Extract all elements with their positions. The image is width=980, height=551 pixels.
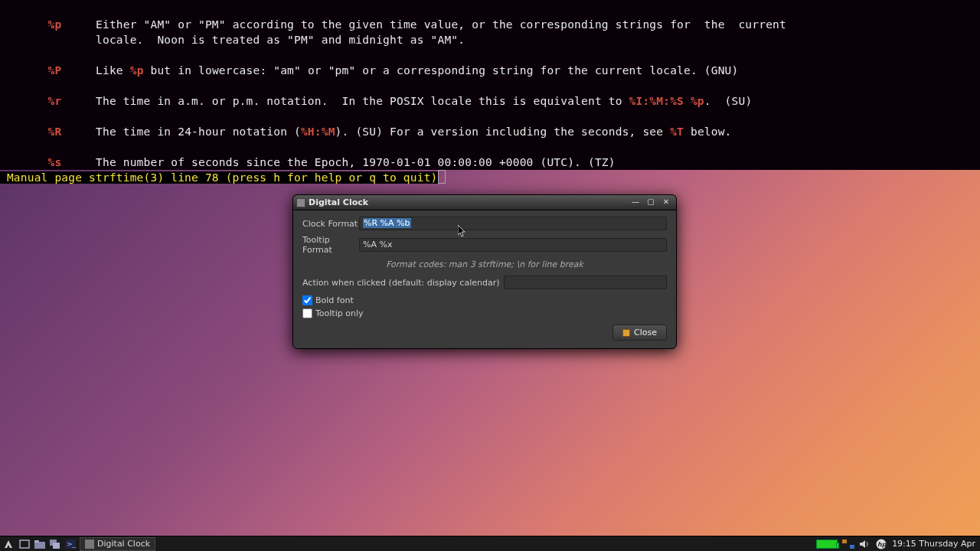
- action-label: Action when clicked (default: display ca…: [302, 278, 499, 288]
- svg-rect-1: [34, 542, 45, 549]
- taskbar-clock[interactable]: 19:15 Thursday Apr: [890, 539, 980, 549]
- tooltip-format-input[interactable]: %A %x: [359, 238, 667, 252]
- maximize-button[interactable]: ▢: [644, 197, 658, 208]
- tooltip-only-checkbox[interactable]: [302, 308, 312, 318]
- terminal-manpage[interactable]: %p Either "AM" or "PM" according to the …: [0, 0, 980, 170]
- clock-format-label: Clock Format: [302, 219, 359, 229]
- task-app-icon: [85, 540, 94, 549]
- task-label: Digital Clock: [97, 539, 150, 549]
- dialog-title: Digital Clock: [309, 197, 627, 207]
- clock-format-input[interactable]: %R %A %b: [359, 217, 667, 230]
- start-menu-button[interactable]: [1, 536, 16, 552]
- terminal-cursor: [438, 170, 446, 184]
- format-hint: Format codes: man 3 strftime; \n for lin…: [302, 259, 667, 269]
- bold-font-checkbox[interactable]: [302, 295, 312, 305]
- close-window-button[interactable]: ✕: [659, 197, 673, 208]
- digital-clock-dialog: Digital Clock — ▢ ✕ Clock Format %R %A %…: [292, 194, 677, 349]
- tooltip-only-label[interactable]: Tooltip only: [315, 308, 363, 318]
- close-button-label: Close: [634, 328, 657, 337]
- tooltip-format-label: Tooltip Format: [302, 235, 359, 255]
- terminal-icon[interactable]: >_: [64, 537, 77, 551]
- file-manager-icon[interactable]: [33, 537, 47, 551]
- svg-rect-0: [20, 540, 29, 548]
- action-input[interactable]: [504, 276, 667, 289]
- close-icon: [622, 329, 630, 337]
- clock-format-value: %R %A %b: [363, 218, 411, 228]
- bold-font-label[interactable]: Bold font: [315, 295, 354, 305]
- svg-rect-2: [34, 540, 39, 543]
- taskbar: >_ Digital Clock hp 19:15 Thursday Apr: [0, 536, 980, 551]
- hp-logo-icon[interactable]: hp: [874, 539, 888, 549]
- system-tray: hp 19:15 Thursday Apr: [814, 539, 980, 549]
- tooltip-format-value: %A %x: [363, 240, 392, 249]
- show-desktop-icon[interactable]: [18, 537, 31, 551]
- manpage-status-line: Manual page strftime(3) line 78 (press h…: [0, 171, 438, 184]
- network-icon[interactable]: [842, 540, 854, 549]
- dialog-app-icon: [296, 198, 305, 207]
- svg-text:hp: hp: [877, 541, 887, 548]
- minimize-button[interactable]: —: [629, 197, 642, 208]
- volume-icon[interactable]: [859, 540, 870, 549]
- window-list-icon[interactable]: [48, 537, 62, 551]
- svg-rect-4: [53, 543, 60, 549]
- close-button[interactable]: Close: [612, 324, 667, 341]
- svg-text:>_: >_: [67, 540, 76, 548]
- dialog-titlebar[interactable]: Digital Clock — ▢ ✕: [293, 195, 676, 210]
- battery-icon[interactable]: [816, 540, 838, 549]
- taskbar-task-digital-clock[interactable]: Digital Clock: [80, 537, 155, 551]
